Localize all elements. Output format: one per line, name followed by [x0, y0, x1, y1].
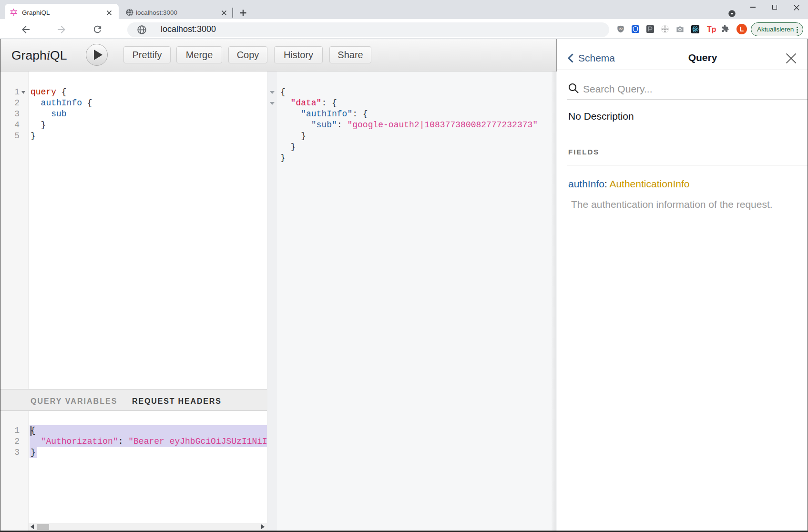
svg-text:UO: UO: [619, 27, 623, 30]
